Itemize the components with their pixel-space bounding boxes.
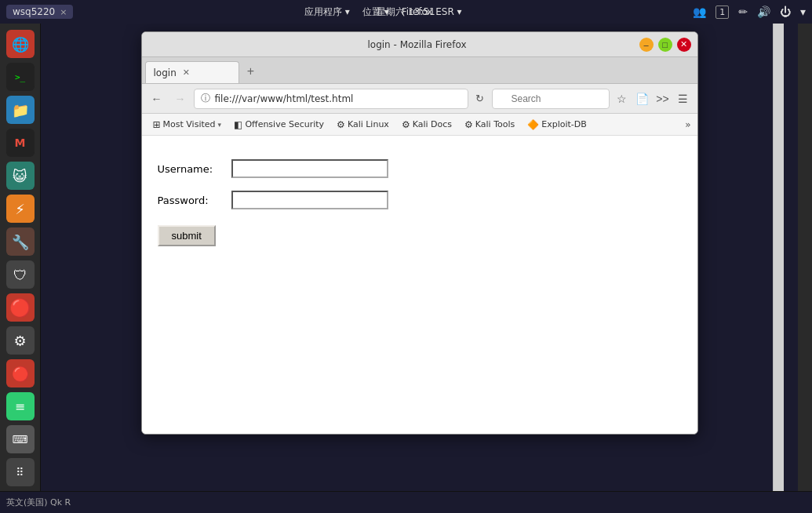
offensive-security-icon: ◧	[234, 119, 242, 130]
kali-tools-icon: ⚙	[464, 119, 473, 130]
sidebar-icon-avatar-app[interactable]: 😺	[6, 162, 35, 190]
bottom-bar: 英文(美国) Qk R	[0, 491, 812, 513]
login-form: Username: Password: submit	[158, 151, 682, 254]
browser-tab-login[interactable]: login ✕	[145, 61, 239, 83]
sidebar-icon-mail[interactable]: M	[6, 129, 35, 157]
back-button[interactable]: ←	[147, 89, 167, 109]
minimize-button[interactable]: –	[639, 38, 654, 52]
submit-row: submit	[158, 222, 682, 246]
window-title: login - Mozilla Firefox	[195, 39, 639, 50]
sidebar-icon-tool3[interactable]: 🔴	[6, 293, 35, 322]
address-right-icons: ☆ 📄 >> ☰	[613, 89, 693, 108]
info-icon: ⓘ	[201, 92, 210, 105]
most-visited-arrow: ▾	[218, 121, 222, 129]
page-content: Username: Password: submit	[142, 136, 697, 434]
right-panel	[798, 24, 812, 513]
kali-linux-icon: ⚙	[337, 119, 345, 130]
sidebar-dock: 🌐 >_ 📁 M 😺 ⚡ 🔧 🛡 🔴 ⚙ 🔴 ≡ ⌨ ⠿	[0, 24, 41, 513]
taskbar-tab-wsq5220[interactable]: wsq5220 ×	[6, 5, 73, 19]
firefox-window: login - Mozilla Firefox – □ ✕ login ✕ + …	[141, 31, 698, 435]
taskbar-right: 👥 1 ✏ 🔊 ⏻ ▾	[693, 5, 806, 19]
bookmark-star-button[interactable]: ☆	[613, 89, 632, 108]
menu-apps[interactable]: 应用程序 ▾	[304, 5, 350, 19]
bookmark-kali-linux[interactable]: ⚙ Kali Linux	[332, 118, 394, 132]
power-icon[interactable]: ⏻	[780, 5, 791, 18]
url-bar[interactable]: ⓘ file:///var/www/html/test.html	[194, 89, 468, 109]
bookmark-kali-linux-label: Kali Linux	[348, 119, 389, 129]
sidebar-icon-browser[interactable]: 🌐	[6, 30, 35, 58]
bookmark-offensive-security-label: Offensive Security	[245, 119, 324, 129]
desktop: 🌐 >_ 📁 M 😺 ⚡ 🔧 🛡 🔴 ⚙ 🔴 ≡ ⌨ ⠿ login - Moz…	[0, 24, 812, 513]
password-row: Password:	[158, 191, 682, 209]
username-label: Username:	[158, 163, 228, 175]
bookmark-kali-docs[interactable]: ⚙ Kali Docs	[397, 118, 457, 132]
bookmarks-bar: ⊞ Most Visited ▾ ◧ Offensive Security ⚙ …	[142, 114, 697, 136]
bottom-bar-text: 英文(美国) Qk R	[6, 497, 71, 508]
window-controls: – □ ✕	[639, 38, 691, 52]
forward-button[interactable]: →	[170, 89, 191, 109]
sidebar-icon-tool5[interactable]: 🔴	[6, 359, 35, 387]
submit-button[interactable]: submit	[158, 225, 216, 246]
sidebar-icon-keyboard[interactable]: ⌨	[6, 425, 35, 453]
bookmark-exploit-db[interactable]: 🔶 Exploit-DB	[523, 118, 592, 132]
reload-button[interactable]: ↻	[472, 90, 489, 107]
sidebar-icon-tool2[interactable]: 🛡	[6, 260, 35, 289]
username-row: Username:	[158, 159, 682, 178]
volume-icon[interactable]: 🔊	[757, 5, 770, 18]
hamburger-menu-button[interactable]: ☰	[674, 89, 693, 108]
sidebar-icon-tool1[interactable]: 🔧	[6, 227, 35, 256]
most-visited-icon: ⊞	[153, 119, 161, 130]
url-text: file:///var/www/html/test.html	[215, 93, 354, 104]
username-input[interactable]	[231, 159, 388, 178]
bookmarks-more-button[interactable]: »	[685, 119, 690, 130]
bookmark-offensive-security[interactable]: ◧ Offensive Security	[229, 118, 329, 132]
window-title-bar: login - Mozilla Firefox – □ ✕	[142, 32, 697, 57]
sidebar-icon-terminal[interactable]: >_	[6, 63, 35, 91]
tab-label: login	[154, 67, 177, 78]
search-input[interactable]	[492, 89, 610, 109]
bookmark-most-visited[interactable]: ⊞ Most Visited ▾	[148, 118, 227, 132]
bookmark-kali-tools[interactable]: ⚙ Kali Tools	[460, 118, 519, 132]
new-tab-button[interactable]: +	[241, 61, 261, 82]
bookmark-exploit-db-label: Exploit-DB	[541, 119, 587, 129]
sidebar-icon-notes[interactable]: ≡	[6, 392, 35, 420]
password-label: Password:	[158, 195, 228, 206]
reader-view-button[interactable]: 📄	[633, 89, 652, 108]
password-input[interactable]	[231, 191, 388, 209]
taskbar-datetime: 星期六 13:51	[377, 5, 435, 19]
settings-arrow-icon[interactable]: ▾	[800, 5, 806, 18]
kali-docs-icon: ⚙	[402, 119, 410, 130]
bookmark-kali-tools-label: Kali Tools	[475, 119, 515, 129]
sidebar-icon-tool4[interactable]: ⚙	[6, 326, 35, 355]
maximize-button[interactable]: □	[658, 38, 672, 52]
bookmark-most-visited-label: Most Visited	[163, 119, 216, 129]
close-button[interactable]: ✕	[677, 38, 691, 52]
tab-bar: login ✕ +	[142, 57, 697, 84]
more-tools-button[interactable]: >>	[654, 89, 672, 108]
sidebar-icon-apps[interactable]: ⠿	[6, 458, 35, 486]
taskbar-left: wsq5220 ×	[6, 5, 73, 19]
bookmark-kali-docs-label: Kali Docs	[413, 119, 452, 129]
sidebar-icon-files[interactable]: 📁	[6, 96, 35, 124]
keyboard-indicator[interactable]: 1	[716, 5, 729, 19]
exploit-db-icon: 🔶	[527, 119, 539, 130]
taskbar: wsq5220 × 应用程序 ▾ 位置 ▾ Firefox ESR ▾ 星期六 …	[0, 0, 812, 24]
desktop-scrollbar	[773, 24, 784, 513]
main-content: login - Mozilla Firefox – □ ✕ login ✕ + …	[41, 24, 798, 513]
search-wrapper: 🔍	[492, 89, 610, 109]
users-icon[interactable]: 👥	[693, 5, 706, 18]
address-bar: ← → ⓘ file:///var/www/html/test.html ↻ 🔍…	[142, 84, 697, 114]
pencil-icon[interactable]: ✏	[738, 5, 748, 18]
sidebar-icon-burp[interactable]: ⚡	[6, 195, 35, 223]
taskbar-tab-close[interactable]: ×	[60, 7, 67, 17]
taskbar-tab-label: wsq5220	[13, 6, 55, 17]
tab-close-icon[interactable]: ✕	[183, 67, 190, 78]
